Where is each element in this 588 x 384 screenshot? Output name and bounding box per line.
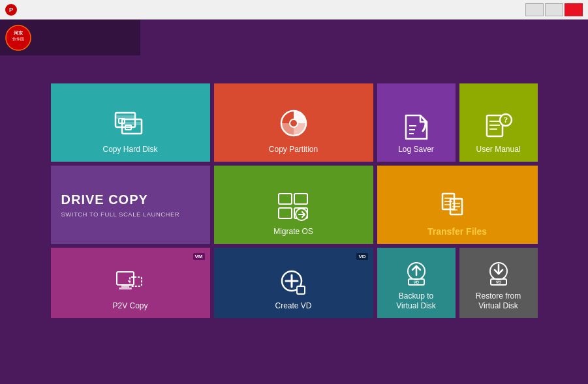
create-vd-icon bbox=[279, 268, 309, 298]
tile-restore-virtual-disk[interactable]: VD Restore fromVirtual Disk bbox=[459, 248, 538, 318]
tile-copy-partition[interactable]: Copy Partition bbox=[214, 83, 373, 162]
tile-create-vd-label: Create VD bbox=[275, 301, 311, 312]
maximize-button[interactable] bbox=[545, 3, 563, 16]
svg-rect-35 bbox=[119, 288, 132, 289]
tile-copy-partition-label: Copy Partition bbox=[269, 145, 318, 155]
vm-badge: VM bbox=[193, 253, 205, 260]
migrate-os-icon bbox=[277, 190, 311, 224]
svg-rect-40 bbox=[297, 286, 305, 294]
log-saver-icon bbox=[402, 113, 431, 141]
tile-migrate-os-label: Migrate OS bbox=[273, 227, 313, 237]
svg-rect-33 bbox=[117, 272, 134, 285]
transfer-files-icon bbox=[441, 188, 474, 222]
titlebar: P bbox=[0, 0, 588, 20]
svg-rect-34 bbox=[121, 285, 129, 288]
svg-rect-4 bbox=[116, 115, 135, 119]
tile-p2v-label: P2V Copy bbox=[112, 301, 147, 312]
tile-user-manual-label: User Manual bbox=[476, 145, 520, 155]
tiles-grid: Copy Hard Disk Copy Partition Log Saver bbox=[13, 83, 575, 318]
restore-vd-icon: VD bbox=[484, 259, 513, 288]
tile-p2v-copy[interactable]: VM P2V Copy bbox=[51, 248, 210, 318]
watermark-logo-icon: 河东 软件园 bbox=[5, 25, 31, 51]
svg-text:VD: VD bbox=[495, 280, 501, 284]
drive-copy-subtitle: SWITCH TO FULL SCALE LAUNCHER bbox=[61, 211, 180, 218]
main-content: Copy Hard Disk Copy Partition Log Saver bbox=[0, 39, 588, 331]
p2v-icon bbox=[116, 268, 146, 298]
tile-copy-hard-disk[interactable]: Copy Hard Disk bbox=[51, 83, 210, 162]
copy-hard-disk-icon bbox=[114, 108, 147, 141]
app-logo-icon: P bbox=[5, 4, 17, 16]
backup-vd-icon: VD bbox=[402, 259, 431, 288]
tile-log-saver-label: Log Saver bbox=[398, 145, 434, 155]
svg-text:VD: VD bbox=[413, 280, 419, 284]
svg-text:河东: 河东 bbox=[14, 30, 23, 35]
tile-backup-vd-label: Backup toVirtual Disk bbox=[396, 291, 435, 312]
copy-partition-icon bbox=[277, 108, 311, 141]
svg-point-10 bbox=[290, 119, 298, 127]
drive-copy-title: DRIVE COPY bbox=[61, 192, 148, 207]
close-button[interactable] bbox=[565, 3, 583, 16]
svg-text:软件园: 软件园 bbox=[12, 37, 24, 41]
tile-create-vd[interactable]: VD Create VD bbox=[214, 248, 373, 318]
user-manual-icon: ? bbox=[484, 113, 513, 141]
tile-user-manual[interactable]: ? User Manual bbox=[459, 83, 538, 162]
tile-migrate-os[interactable]: Migrate OS bbox=[214, 166, 373, 244]
tile-drive-copy[interactable]: DRIVE COPY SWITCH TO FULL SCALE LAUNCHER bbox=[51, 166, 210, 244]
vd-badge: VD bbox=[356, 253, 367, 260]
tile-restore-vd-label: Restore fromVirtual Disk bbox=[476, 291, 521, 312]
tile-log-saver[interactable]: Log Saver bbox=[377, 83, 456, 162]
watermark: 河东 软件园 bbox=[0, 20, 140, 55]
svg-rect-20 bbox=[279, 194, 292, 204]
tile-transfer-files[interactable]: Transfer Files bbox=[377, 166, 538, 244]
tile-copy-hd-label: Copy Hard Disk bbox=[102, 145, 157, 155]
svg-rect-21 bbox=[294, 194, 307, 204]
svg-rect-22 bbox=[279, 208, 292, 218]
tile-transfer-files-label: Transfer Files bbox=[427, 226, 487, 237]
svg-text:?: ? bbox=[503, 115, 508, 125]
svg-rect-7 bbox=[122, 122, 142, 125]
minimize-button[interactable] bbox=[525, 3, 544, 16]
titlebar-controls bbox=[525, 3, 583, 16]
tile-backup-virtual-disk[interactable]: VD Backup toVirtual Disk bbox=[377, 248, 456, 318]
titlebar-left: P bbox=[5, 4, 21, 16]
